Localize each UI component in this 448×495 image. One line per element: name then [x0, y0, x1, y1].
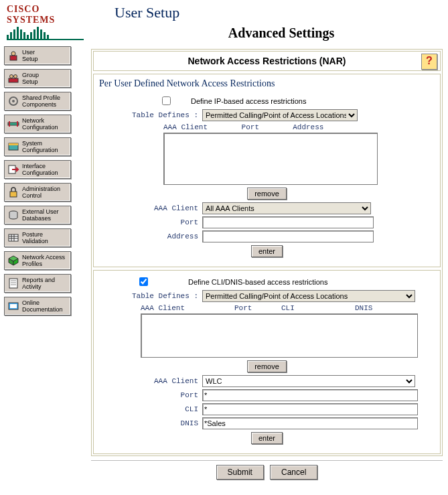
svg-rect-1 [10, 56, 17, 60]
sidebar-item-administration-control[interactable]: AdministrationControl [4, 183, 71, 202]
ip-enter-button[interactable]: enter [251, 245, 283, 257]
ip-enable-checkbox[interactable] [162, 96, 171, 105]
help-icon[interactable]: ? [421, 54, 437, 70]
cli-option-label: Define CLI/DNIS-based access restriction… [188, 278, 327, 286]
cli-port-input[interactable] [202, 389, 418, 401]
ip-restrictions-panel: Per User Defined Network Access Restrict… [93, 74, 441, 267]
sidebar-item-user-setup[interactable]: UserSetup [4, 46, 71, 65]
cli-port-label: Port [98, 391, 202, 399]
ip-column-headers: AAA Client Port Address [163, 123, 436, 131]
cli-cli-label: CLI [98, 405, 202, 413]
cli-table-defines-select[interactable]: Permitted Calling/Point of Access Locati… [202, 290, 415, 302]
brand-text: CISCO SYSTEMS [7, 4, 84, 25]
cli-cli-input[interactable] [202, 403, 418, 415]
svg-point-2 [10, 75, 13, 78]
gear-icon [6, 94, 21, 109]
svg-point-0 [11, 52, 15, 56]
ip-option-label: Define IP-based access restrictions [191, 97, 306, 105]
submit-button[interactable]: Submit [216, 465, 264, 480]
footer-button-row: Submit Cancel [91, 460, 443, 486]
nar-panel: Network Access Restrictions (NAR) ? Per … [91, 49, 443, 456]
svg-rect-20 [9, 279, 17, 288]
ip-port-label: Port [98, 218, 202, 226]
group-icon [6, 71, 21, 86]
user-icon [6, 48, 21, 63]
cli-enable-checkbox[interactable] [139, 277, 148, 286]
sidebar-item-shared-profile[interactable]: Shared ProfileComponents [4, 92, 71, 111]
cisco-bars-icon [7, 27, 84, 40]
sidebar-item-online-documentation[interactable]: OnlineDocumentation [4, 297, 71, 315]
sidebar-item-system-config[interactable]: SystemConfiguration [4, 137, 71, 156]
ip-restrictions-listbox[interactable] [163, 133, 378, 185]
cli-column-headers: AAA Client Port CLI DNIS [141, 304, 436, 312]
sidebar-item-network-config[interactable]: NetworkConfiguration [4, 115, 71, 133]
svg-rect-15 [9, 234, 18, 241]
ip-address-input[interactable] [202, 230, 374, 242]
interface-icon [6, 162, 21, 177]
grid-icon [6, 230, 21, 245]
ip-port-input[interactable] [202, 216, 374, 228]
cube-icon [6, 253, 21, 268]
report-icon [6, 276, 21, 291]
svg-point-3 [14, 75, 17, 78]
sidebar: UserSetup GroupSetup Shared ProfileCompo… [0, 42, 82, 486]
cisco-logo: CISCO SYSTEMS [0, 1, 88, 42]
svg-rect-11 [9, 143, 18, 145]
database-icon [6, 208, 21, 222]
nar-panel-title: Network Access Restrictions (NAR) [188, 56, 346, 66]
page-title: User Setup [115, 4, 448, 21]
nar-panel-header: Network Access Restrictions (NAR) ? [93, 51, 441, 71]
cli-aaa-client-select[interactable]: WLC [202, 375, 415, 387]
content-area: Network Access Restrictions (NAR) ? Per … [82, 42, 448, 486]
svg-rect-25 [10, 304, 17, 308]
cli-table-defines-label: Table Defines : [98, 292, 202, 300]
sidebar-item-network-access-profiles[interactable]: Network AccessProfiles [4, 251, 71, 270]
network-icon [6, 117, 21, 131]
svg-rect-13 [10, 192, 17, 197]
lock-icon [6, 185, 21, 200]
cli-enter-button[interactable]: enter [251, 432, 283, 444]
sidebar-item-reports-activity[interactable]: Reports andActivity [4, 274, 71, 293]
cli-restrictions-listbox[interactable] [141, 313, 418, 358]
ip-remove-button[interactable]: remove [247, 188, 287, 200]
cancel-button[interactable]: Cancel [270, 465, 317, 480]
sidebar-item-interface-config[interactable]: InterfaceConfiguration [4, 160, 71, 179]
doc-icon [6, 299, 21, 313]
sidebar-item-external-user-db[interactable]: External UserDatabases [4, 206, 71, 224]
cli-remove-button[interactable]: remove [247, 360, 287, 372]
cli-aaa-client-label: AAA Client [98, 377, 202, 385]
cli-restrictions-panel: Define CLI/DNIS-based access restriction… [93, 270, 441, 454]
ip-section-title: Per User Defined Network Access Restrict… [99, 78, 436, 89]
page-subtitle: Advanced Settings [115, 25, 448, 41]
ip-aaa-client-label: AAA Client [98, 204, 202, 212]
svg-point-6 [12, 100, 15, 102]
ip-table-defines-select[interactable]: Permitted Calling/Point of Access Locati… [202, 109, 358, 121]
ip-address-label: Address [98, 232, 202, 240]
sidebar-item-posture-validation[interactable]: PostureValidation [4, 228, 71, 247]
svg-rect-4 [9, 78, 18, 82]
system-icon [6, 139, 21, 154]
cli-dnis-input[interactable] [202, 417, 418, 429]
ip-table-defines-label: Table Defines : [98, 111, 202, 119]
ip-aaa-client-select[interactable]: All AAA Clients [202, 202, 371, 214]
sidebar-item-group-setup[interactable]: GroupSetup [4, 69, 71, 88]
cli-dnis-label: DNIS [98, 419, 202, 427]
